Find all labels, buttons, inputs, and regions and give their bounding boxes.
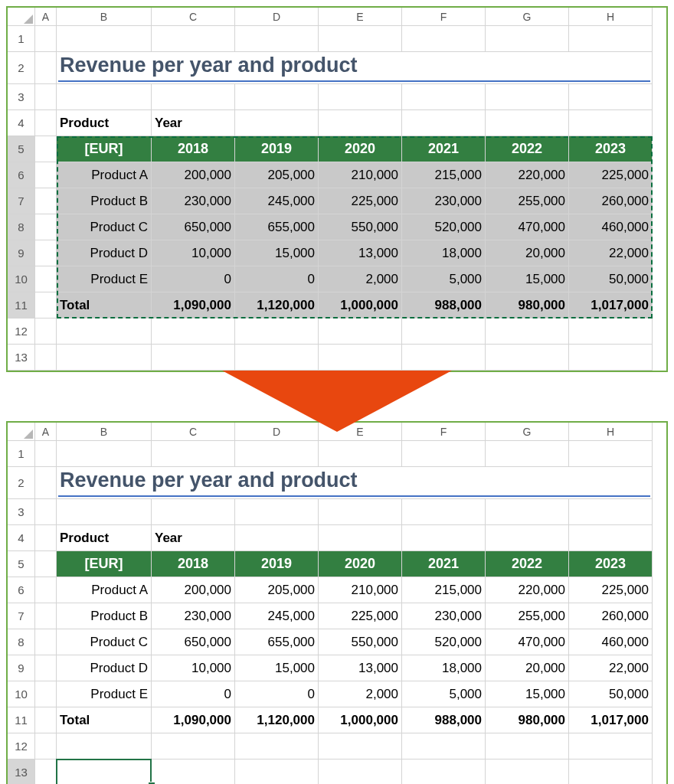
total-cell[interactable]: 1,017,000: [569, 292, 653, 318]
column-header-f[interactable]: F: [402, 8, 486, 26]
row-header-12[interactable]: 12: [8, 318, 35, 345]
row-header-13[interactable]: 13: [8, 760, 35, 784]
data-cell[interactable]: 5,000: [402, 266, 486, 292]
total-cell[interactable]: 1,090,000: [152, 292, 235, 318]
cell[interactable]: [35, 136, 57, 162]
cell[interactable]: [35, 733, 57, 760]
cell[interactable]: [35, 162, 57, 188]
data-cell[interactable]: 2,000: [319, 266, 402, 292]
cell[interactable]: [57, 499, 152, 525]
data-cell[interactable]: 220,000: [486, 162, 569, 188]
cell[interactable]: [35, 345, 57, 371]
column-header-b[interactable]: B: [57, 8, 152, 26]
row-header-5[interactable]: 5: [8, 136, 35, 162]
cell[interactable]: [235, 760, 319, 784]
cell[interactable]: [569, 84, 653, 110]
cell[interactable]: [35, 188, 57, 214]
cell[interactable]: [486, 84, 569, 110]
header-year[interactable]: 2018: [152, 136, 235, 162]
product-name[interactable]: Product D: [57, 655, 152, 681]
data-cell[interactable]: 255,000: [486, 188, 569, 214]
cell[interactable]: [35, 707, 57, 733]
data-cell[interactable]: 22,000: [569, 655, 653, 681]
cell[interactable]: [486, 441, 569, 467]
cell[interactable]: [319, 318, 402, 345]
header-currency[interactable]: [EUR]: [57, 551, 152, 577]
total-label[interactable]: Total: [57, 707, 152, 733]
data-cell[interactable]: 460,000: [569, 629, 653, 655]
header-year[interactable]: 2022: [486, 551, 569, 577]
data-cell[interactable]: 650,000: [152, 629, 235, 655]
page-title[interactable]: Revenue per year and product: [57, 467, 653, 499]
data-cell[interactable]: 260,000: [569, 188, 653, 214]
product-name[interactable]: Product C: [57, 629, 152, 655]
header-year[interactable]: 2023: [569, 136, 653, 162]
cell[interactable]: [569, 760, 653, 784]
data-cell[interactable]: 50,000: [569, 681, 653, 707]
product-name[interactable]: Product D: [57, 240, 152, 266]
total-cell[interactable]: 988,000: [402, 707, 486, 733]
cell[interactable]: [319, 760, 402, 784]
header-year[interactable]: 2019: [235, 551, 319, 577]
product-name[interactable]: Product B: [57, 188, 152, 214]
cell[interactable]: [235, 499, 319, 525]
cell[interactable]: [152, 26, 235, 52]
data-cell[interactable]: 215,000: [402, 162, 486, 188]
row-header-4[interactable]: 4: [8, 110, 35, 136]
cell[interactable]: [152, 84, 235, 110]
cell[interactable]: [35, 655, 57, 681]
cell[interactable]: [569, 525, 653, 551]
data-cell[interactable]: 0: [235, 266, 319, 292]
total-label[interactable]: Total: [57, 292, 152, 318]
label-year[interactable]: Year: [152, 110, 235, 136]
cell[interactable]: [35, 84, 57, 110]
data-cell[interactable]: 230,000: [152, 188, 235, 214]
data-cell[interactable]: 18,000: [402, 240, 486, 266]
cell[interactable]: [319, 499, 402, 525]
data-cell[interactable]: 0: [152, 681, 235, 707]
cell[interactable]: [235, 525, 319, 551]
row-header-9[interactable]: 9: [8, 655, 35, 681]
header-year[interactable]: 2019: [235, 136, 319, 162]
total-cell[interactable]: 1,120,000: [235, 292, 319, 318]
cell[interactable]: [402, 441, 486, 467]
cell[interactable]: [57, 760, 152, 784]
data-cell[interactable]: 225,000: [569, 162, 653, 188]
cell[interactable]: [319, 525, 402, 551]
data-cell[interactable]: 245,000: [235, 188, 319, 214]
data-cell[interactable]: 210,000: [319, 162, 402, 188]
cell[interactable]: [35, 110, 57, 136]
data-cell[interactable]: 18,000: [402, 655, 486, 681]
cell[interactable]: [57, 318, 152, 345]
data-cell[interactable]: 205,000: [235, 162, 319, 188]
cell[interactable]: [35, 681, 57, 707]
cell[interactable]: [319, 26, 402, 52]
column-header-g[interactable]: G: [486, 8, 569, 26]
cell[interactable]: [569, 26, 653, 52]
cell[interactable]: [569, 345, 653, 371]
cell[interactable]: [57, 345, 152, 371]
data-cell[interactable]: 15,000: [235, 240, 319, 266]
data-cell[interactable]: 15,000: [486, 266, 569, 292]
cell[interactable]: [35, 292, 57, 318]
cell[interactable]: [402, 318, 486, 345]
total-cell[interactable]: 1,000,000: [319, 292, 402, 318]
cell[interactable]: [35, 318, 57, 345]
cell[interactable]: [35, 525, 57, 551]
cell[interactable]: [235, 733, 319, 760]
row-header-12[interactable]: 12: [8, 733, 35, 760]
total-cell[interactable]: 980,000: [486, 292, 569, 318]
cell[interactable]: [569, 318, 653, 345]
total-cell[interactable]: 988,000: [402, 292, 486, 318]
cell[interactable]: [35, 467, 57, 499]
data-cell[interactable]: 550,000: [319, 214, 402, 240]
row-header-8[interactable]: 8: [8, 214, 35, 240]
row-header-3[interactable]: 3: [8, 84, 35, 110]
product-name[interactable]: Product A: [57, 162, 152, 188]
cell[interactable]: [35, 441, 57, 467]
data-cell[interactable]: 2,000: [319, 681, 402, 707]
product-name[interactable]: Product E: [57, 681, 152, 707]
row-header-4[interactable]: 4: [8, 525, 35, 551]
label-year[interactable]: Year: [152, 525, 235, 551]
row-header-1[interactable]: 1: [8, 441, 35, 467]
